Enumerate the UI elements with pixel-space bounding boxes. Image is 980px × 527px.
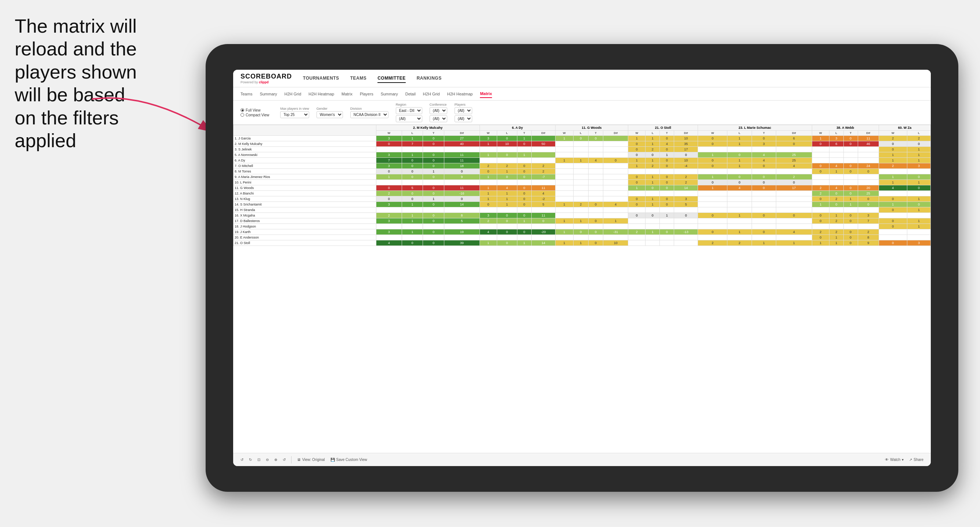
filter-conference-all-select[interactable]: (All) <box>430 115 447 122</box>
matrix-cell: 5 <box>531 202 555 207</box>
matrix-cell: 0 <box>660 229 674 235</box>
matrix-cell: 1 <box>698 174 727 180</box>
matrix-cell: 0 <box>402 169 423 174</box>
toolbar-redo[interactable]: ↻ <box>249 458 252 462</box>
subnav-h2h-heatmap2[interactable]: H2H Heatmap <box>447 90 473 98</box>
table-row: 15. H Stranda01 <box>234 207 931 213</box>
matrix-cell <box>555 191 573 196</box>
matrix-cell <box>603 147 628 152</box>
matrix-cell: 1 <box>727 136 752 141</box>
subnav-h2h-grid[interactable]: H2H Grid <box>284 90 301 98</box>
matrix-cell <box>829 174 843 180</box>
matrix-cell: 0 <box>698 158 727 163</box>
matrix-cell: 0 <box>843 185 858 191</box>
matrix-cell <box>402 224 423 229</box>
matrix-cell: 1 <box>646 136 660 141</box>
matrix-cell: 0 <box>879 147 907 152</box>
table-row: 18. J Hodgson01 <box>234 224 931 229</box>
filter-region-all-select[interactable]: (All) <box>396 115 422 122</box>
filter-division-select[interactable]: NCAA Division II <box>350 111 388 118</box>
matrix-cell <box>698 218 727 224</box>
subnav-matrix[interactable]: Matrix <box>342 90 353 98</box>
player-name-cell: 7. O Mitchell <box>234 163 376 169</box>
filter-max-label: Max players in view <box>280 107 309 111</box>
matrix-cell: 50 <box>531 141 555 147</box>
matrix-cell: 0 <box>752 185 776 191</box>
subnav-h2h-grid2[interactable]: H2H Grid <box>423 90 440 98</box>
matrix-cell <box>843 224 858 229</box>
matrix-cell: 0 <box>698 180 727 185</box>
toolbar-undo[interactable]: ↺ <box>240 458 243 462</box>
filter-players-all-select[interactable]: (All) <box>455 115 472 122</box>
matrix-cell: 1 <box>646 174 660 180</box>
filter-max-select[interactable]: Top 25 <box>280 111 309 118</box>
matrix-cell <box>843 152 858 158</box>
matrix-cell <box>812 158 829 163</box>
subnav-teams[interactable]: Teams <box>240 90 252 98</box>
matrix-cell: 0 <box>497 136 517 141</box>
matrix-cell <box>674 240 698 246</box>
matrix-cell: 3 <box>907 163 931 169</box>
subnav-players[interactable]: Players <box>360 90 374 98</box>
toolbar-watch[interactable]: 👁 Watch ▾ <box>885 458 904 462</box>
matrix-cell <box>858 207 879 213</box>
toolbar-refresh[interactable]: ↺ <box>283 458 286 462</box>
matrix-cell: 1 <box>879 152 907 158</box>
matrix-cell: 1 <box>497 196 517 202</box>
full-view-option[interactable]: Full View <box>240 108 269 112</box>
filter-region-select[interactable]: East - DII <box>396 107 422 114</box>
matrix-cell: 0 <box>752 136 776 141</box>
matrix-cell: 11 <box>531 213 555 218</box>
matrix-cell: 1 <box>628 136 646 141</box>
filter-gender-select[interactable]: Women's <box>317 111 343 118</box>
matrix-cell: 0 <box>531 218 555 224</box>
nav-teams[interactable]: TEAMS <box>350 74 367 83</box>
matrix-cell <box>660 207 674 213</box>
subnav-matrix-active[interactable]: Matrix <box>480 90 492 98</box>
matrix-cell <box>829 224 843 229</box>
nav-committee[interactable]: COMMITTEE <box>377 74 406 83</box>
matrix-cell: 1 <box>479 152 497 158</box>
compact-view-option[interactable]: Compact View <box>240 113 269 117</box>
compact-view-radio[interactable] <box>240 113 244 117</box>
subnav-summary2[interactable]: Summary <box>381 90 398 98</box>
matrix-cell <box>812 174 829 180</box>
matrix-cell <box>843 158 858 163</box>
matrix-cell <box>497 180 517 185</box>
matrix-cell: 0 <box>497 152 517 158</box>
matrix-cell: 0 <box>812 213 829 218</box>
matrix-cell: 0 <box>573 229 588 235</box>
nav-rankings[interactable]: RANKINGS <box>417 74 442 83</box>
matrix-cell: 11 <box>531 185 555 191</box>
toolbar-save-custom-view[interactable]: 💾 Save Custom View <box>331 458 367 462</box>
sh-t6: T <box>843 131 858 136</box>
matrix-cell <box>531 235 555 240</box>
filter-players-select[interactable]: (All) <box>455 107 472 114</box>
full-view-radio[interactable] <box>240 108 244 112</box>
toolbar-zoom-fit[interactable]: ⊡ <box>258 458 260 462</box>
matrix-cell: 1 <box>402 136 423 141</box>
player-name-cell: 19. J Karth <box>234 229 376 235</box>
col-dy: 6. A Dy <box>479 125 555 131</box>
matrix-cell: 0 <box>628 196 646 202</box>
matrix-cell <box>603 191 628 196</box>
matrix-cell <box>752 147 776 152</box>
nav-items: TOURNAMENTS TEAMS COMMITTEE RANKINGS <box>303 74 442 83</box>
matrix-cell: 1 <box>812 202 829 207</box>
matrix-cell <box>497 147 517 152</box>
matrix-cell: 1 <box>555 229 573 235</box>
matrix-cell: 0 <box>660 147 674 152</box>
toolbar-zoom-out[interactable]: ⊖ <box>266 458 269 462</box>
toolbar-view-original[interactable]: 🖥 View: Original <box>297 458 325 462</box>
matrix-cell: 1 <box>603 218 628 224</box>
matrix-cell: 1 <box>646 229 660 235</box>
toolbar-zoom-in[interactable]: ⊕ <box>274 458 277 462</box>
toolbar-share[interactable]: ↗ Share <box>909 458 923 462</box>
filter-conference-select[interactable]: (All) <box>430 107 447 114</box>
tablet-device: SCOREBOARD Powered by clippd TOURNAMENTS… <box>205 44 958 492</box>
subnav-h2h-heatmap[interactable]: H2H Heatmap <box>309 90 334 98</box>
subnav-summary[interactable]: Summary <box>259 90 277 98</box>
matrix-cell: 25 <box>776 158 812 163</box>
nav-tournaments[interactable]: TOURNAMENTS <box>303 74 339 83</box>
subnav-detail[interactable]: Detail <box>406 90 416 98</box>
